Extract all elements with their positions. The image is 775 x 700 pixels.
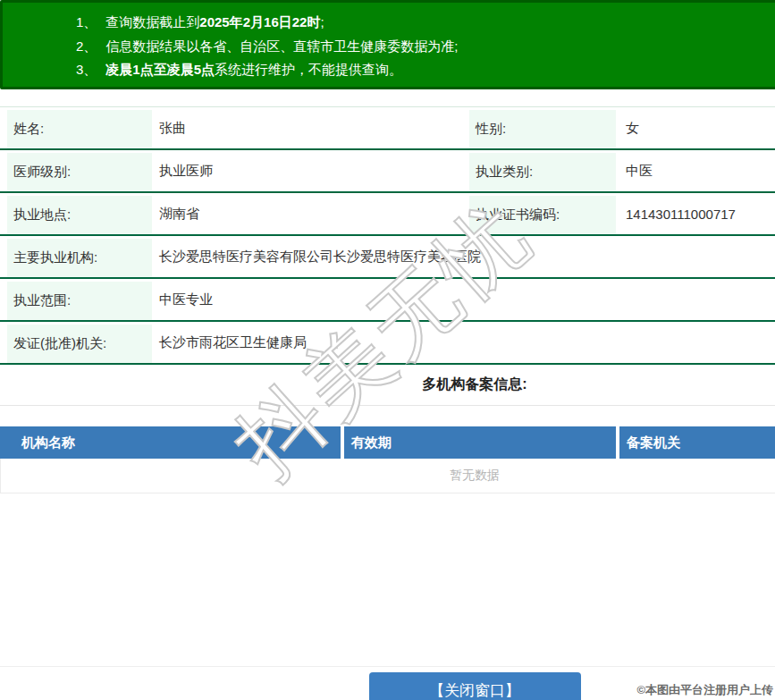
practice-scope-label: 执业范围: — [7, 282, 152, 320]
spacer — [0, 89, 775, 106]
table-row-level-category: 医师级别: 执业医师 执业类别: 中医 — [0, 150, 775, 193]
close-window-button[interactable]: 【关闭窗口】 — [369, 672, 581, 700]
notice-banner: 1、查询数据截止到2025年2月16日22时; 2、信息数据结果以各省、自治区、… — [0, 0, 775, 89]
copyright-stamp: ©本图由平台注册用户上传 — [636, 682, 773, 698]
issuing-authority-value: 长沙市雨花区卫生健康局 — [159, 322, 775, 363]
notice-text: 查询数据截止到 — [105, 14, 199, 30]
column-header-registry-authority: 备案机关 — [619, 426, 775, 459]
table-row-main-institution: 主要执业机构: 长沙爱思特医疗美容有限公司长沙爱思特医疗美容医院 — [0, 236, 775, 279]
practice-category-value: 中医 — [626, 150, 775, 191]
doctor-level-label: 医师级别: — [7, 153, 152, 191]
column-header-validity-period: 有效期 — [344, 426, 616, 459]
practitioner-info-table: 姓名: 张曲 性别: 女 医师级别: 执业医师 执业类别: 中医 执业地点: 湖… — [0, 106, 775, 365]
notice-text: ; — [320, 14, 324, 30]
notice-line-number: 3、 — [76, 62, 105, 77]
notice-text: 系统进行维护，不能提供查询。 — [215, 62, 402, 77]
table-row-issuing-authority: 发证(批准)机关: 长沙市雨花区卫生健康局 — [0, 322, 775, 365]
spacer — [0, 493, 775, 666]
notice-line-3: 3、凌晨1点至凌晨5点系统进行维护，不能提供查询。 — [76, 58, 775, 82]
name-label: 姓名: — [7, 110, 152, 148]
table-row-location-certificate: 执业地点: 湖南省 执业证书编码: 141430111000717 — [0, 193, 775, 236]
practice-scope-value: 中医专业 — [159, 279, 775, 320]
registry-empty-state: 暂无数据 — [0, 459, 775, 493]
practice-location-label: 执业地点: — [7, 196, 152, 234]
page-content: 1、查询数据截止到2025年2月16日22时; 2、信息数据结果以各省、自治区、… — [0, 0, 775, 700]
certificate-number-label: 执业证书编码: — [469, 196, 616, 234]
column-header-institution-name: 机构名称 — [0, 426, 341, 459]
issuing-authority-label: 发证(批准)机关: — [7, 325, 152, 363]
notice-text-bold: 凌晨1点至凌晨5点 — [105, 62, 215, 77]
notice-line-number: 1、 — [76, 14, 105, 30]
practice-category-label: 执业类别: — [469, 153, 616, 191]
notice-text-bold: 2025年2月16日22时 — [199, 14, 320, 30]
table-row-name-gender: 姓名: 张曲 性别: 女 — [0, 107, 775, 150]
notice-line-2: 2、信息数据结果以各省、自治区、直辖市卫生健康委数据为准; — [76, 35, 775, 59]
divider — [0, 666, 775, 667]
table-row-practice-scope: 执业范围: 中医专业 — [0, 279, 775, 322]
multi-institution-section-title: 多机构备案信息: — [0, 365, 775, 406]
main-institution-label: 主要执业机构: — [7, 239, 152, 277]
notice-text: 信息数据结果以各省、自治区、直辖市卫生健康委数据为准; — [105, 38, 458, 54]
name-value: 张曲 — [159, 107, 469, 148]
gender-value: 女 — [626, 107, 775, 148]
main-institution-value: 长沙爱思特医疗美容有限公司长沙爱思特医疗美容医院 — [159, 236, 775, 277]
registry-table-header: 机构名称 有效期 备案机关 — [0, 426, 775, 459]
gender-label: 性别: — [469, 110, 616, 148]
spacer — [0, 406, 775, 426]
practice-location-value: 湖南省 — [159, 193, 469, 234]
notice-line-1: 1、查询数据截止到2025年2月16日22时; — [76, 11, 775, 35]
notice-line-number: 2、 — [76, 38, 105, 54]
doctor-level-value: 执业医师 — [159, 150, 469, 191]
certificate-number-value: 141430111000717 — [626, 193, 775, 234]
query-result-window: 1、查询数据截止到2025年2月16日22时; 2、信息数据结果以各省、自治区、… — [0, 0, 775, 700]
